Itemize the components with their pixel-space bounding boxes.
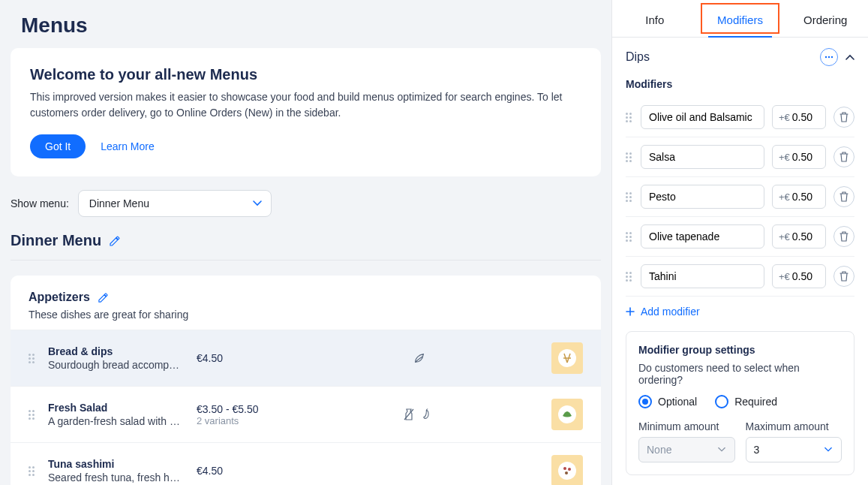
delete-modifier-button[interactable]	[833, 186, 854, 207]
dish-row[interactable]: Fresh Salad A garden-fresh salad with s……	[11, 386, 601, 442]
got-it-button[interactable]: Got It	[30, 134, 86, 158]
modifiers-panel: Info Modifiers Ordering Dips Modifiers	[611, 0, 868, 485]
dish-price: €4.50	[197, 352, 287, 364]
modifiers-subheading: Modifiers	[626, 78, 854, 90]
drag-handle-icon[interactable]	[29, 466, 35, 476]
drag-handle-icon[interactable]	[626, 113, 633, 122]
modifier-name-input[interactable]	[641, 264, 764, 288]
modifier-price-input[interactable]: +€	[772, 224, 826, 249]
menu-heading: Dinner Menu	[0, 227, 611, 260]
section-card: Appetizers These dishes are great for sh…	[11, 276, 601, 485]
more-actions-button[interactable]	[820, 48, 838, 66]
modifier-group-title: Dips	[626, 50, 650, 64]
welcome-text: This improved version makes it easier to…	[30, 89, 581, 121]
modifier-row: +€	[626, 257, 854, 297]
delete-modifier-button[interactable]	[833, 226, 854, 247]
modifier-name-input[interactable]	[641, 224, 764, 249]
section-title: Appetizers	[29, 291, 90, 304]
price-value[interactable]	[792, 270, 816, 282]
price-prefix: +€	[779, 191, 790, 203]
chevron-down-icon	[824, 447, 832, 453]
pepper-icon	[422, 408, 436, 421]
price-value[interactable]	[792, 111, 816, 123]
dish-description: Seared fresh tuna, fresh her…	[48, 471, 183, 483]
delete-modifier-button[interactable]	[833, 266, 854, 287]
welcome-title: Welcome to your all-new Menus	[30, 66, 581, 83]
no-dairy-icon	[403, 408, 415, 421]
price-prefix: +€	[779, 112, 790, 123]
modifier-price-input[interactable]: +€	[772, 185, 826, 209]
max-amount-label: Maximum amount	[746, 420, 842, 432]
tab-info[interactable]: Info	[612, 0, 698, 37]
min-amount-value: None	[647, 444, 671, 456]
min-amount-select[interactable]: None	[638, 437, 735, 462]
price-value[interactable]	[792, 230, 816, 242]
menu-select-dropdown[interactable]: Dinner Menu	[78, 190, 272, 217]
drag-handle-icon[interactable]	[626, 192, 633, 202]
svg-point-8	[828, 56, 830, 58]
modifier-group-settings: Modifier group settings Do customers nee…	[626, 331, 854, 475]
add-modifier-button[interactable]: Add modifier	[626, 297, 854, 331]
dish-name: Fresh Salad	[48, 402, 183, 414]
show-menu-label: Show menu:	[11, 197, 69, 209]
collapse-icon[interactable]	[845, 54, 854, 60]
modifier-row: +€	[626, 98, 854, 137]
max-amount-value: 3	[754, 444, 760, 456]
dish-price: €3.50 - €5.50	[197, 403, 287, 415]
tab-ordering[interactable]: Ordering	[782, 0, 868, 37]
drag-handle-icon[interactable]	[29, 410, 35, 420]
show-menu-row: Show menu: Dinner Menu	[0, 190, 611, 227]
dish-name: Bread & dips	[48, 345, 183, 357]
radio-optional[interactable]: Optional	[638, 395, 697, 408]
leaf-icon	[413, 351, 426, 365]
modifier-price-input[interactable]: +€	[772, 145, 826, 169]
plus-icon	[626, 307, 635, 316]
min-amount-label: Minimum amount	[638, 420, 735, 432]
delete-modifier-button[interactable]	[833, 107, 854, 128]
dish-name: Tuna sashimi	[48, 458, 183, 470]
settings-title: Modifier group settings	[638, 344, 842, 356]
modifier-price-input[interactable]: +€	[772, 264, 826, 288]
main-content: Menus Welcome to your all-new Menus This…	[0, 0, 611, 485]
radio-required-label: Required	[734, 396, 777, 408]
dish-row[interactable]: Bread & dips Sourdough bread accompa… €4…	[11, 330, 601, 386]
modifier-price-input[interactable]: +€	[772, 105, 826, 129]
svg-point-5	[568, 468, 571, 471]
modifier-name-input[interactable]	[641, 145, 764, 169]
max-amount-select[interactable]: 3	[746, 437, 842, 462]
price-prefix: +€	[779, 271, 790, 282]
panel-tabs: Info Modifiers Ordering	[612, 0, 868, 38]
svg-point-7	[825, 56, 827, 58]
dish-thumbnail	[551, 455, 583, 485]
drag-handle-icon[interactable]	[626, 232, 633, 242]
learn-more-link[interactable]: Learn More	[101, 140, 155, 152]
modifier-name-input[interactable]	[641, 105, 764, 129]
drag-handle-icon[interactable]	[29, 354, 35, 363]
modifier-row: +€	[626, 217, 854, 257]
delete-modifier-button[interactable]	[833, 146, 854, 167]
section-header: Appetizers These dishes are great for sh…	[11, 276, 601, 330]
price-value[interactable]	[792, 151, 816, 163]
modifier-row: +€	[626, 137, 854, 177]
price-prefix: +€	[779, 231, 790, 242]
modifier-row: +€	[626, 177, 854, 217]
panel-body: Dips Modifiers +€	[612, 38, 868, 485]
dish-description: A garden-fresh salad with s…	[48, 415, 183, 427]
chevron-down-icon	[253, 200, 262, 206]
tab-modifiers[interactable]: Modifiers	[698, 0, 783, 37]
svg-point-9	[831, 56, 833, 58]
modifier-name-input[interactable]	[641, 185, 764, 209]
drag-handle-icon[interactable]	[626, 272, 633, 282]
radio-optional-label: Optional	[658, 396, 697, 408]
edit-section-button[interactable]	[98, 292, 109, 303]
dish-description: Sourdough bread accompa…	[48, 359, 183, 371]
edit-menu-button[interactable]	[109, 235, 121, 247]
dish-row[interactable]: Tuna sashimi Seared fresh tuna, fresh he…	[11, 442, 601, 485]
radio-required[interactable]: Required	[715, 395, 777, 408]
drag-handle-icon[interactable]	[626, 152, 633, 162]
dish-thumbnail	[551, 399, 583, 430]
price-value[interactable]	[792, 191, 816, 203]
chevron-down-icon	[718, 447, 725, 453]
settings-question: Do customers need to select when orderin…	[638, 362, 842, 386]
svg-point-3	[558, 462, 576, 480]
